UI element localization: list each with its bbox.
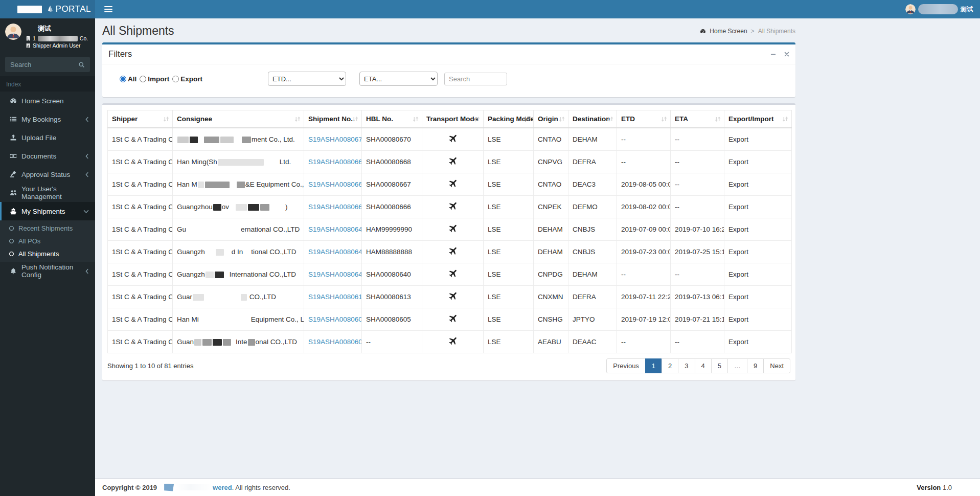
col-header-shipper[interactable]: Shipper	[108, 110, 173, 128]
sidebar-item-recent-shipments[interactable]: Recent Shipments	[0, 222, 95, 235]
page-button-3[interactable]: 3	[678, 358, 695, 373]
sort-icon[interactable]	[607, 116, 614, 123]
col-label: ETD	[621, 115, 635, 123]
filters-tools	[770, 52, 789, 57]
sidebar-item-documents[interactable]: Documents	[0, 147, 95, 165]
etd-select[interactable]: ETD...	[268, 72, 346, 86]
sidebar-item-push-notification-config[interactable]: Push Notification Config	[0, 262, 95, 280]
sort-icon[interactable]	[352, 116, 359, 123]
sidebar-item-users-management[interactable]: Your User's Management	[0, 184, 95, 202]
col-header-export-import[interactable]: Export/Import	[724, 110, 792, 128]
cell-shipment-no: S19ASHA0080602	[304, 331, 362, 353]
shipment-no-link[interactable]: S19ASHA0080670	[308, 136, 362, 143]
table-header-row: ShipperConsigneeShipment No.HBL No.Trans…	[108, 110, 792, 128]
col-header-etd[interactable]: ETD	[617, 110, 671, 128]
close-icon[interactable]	[784, 52, 789, 57]
sidebar-user-name: 测试	[38, 24, 90, 33]
col-header-destination[interactable]: Destination	[568, 110, 617, 128]
cell-transport-mode	[422, 241, 484, 263]
sort-icon[interactable]	[782, 116, 789, 123]
filter-search-input[interactable]	[444, 73, 507, 85]
radio-export-input[interactable]	[172, 76, 179, 82]
breadcrumb-separator: >	[751, 28, 755, 35]
shipment-no-link[interactable]: S19ASHA0080605	[308, 315, 362, 323]
page-button-4[interactable]: 4	[695, 358, 712, 373]
shipment-no-link[interactable]: S19ASHA0080646	[308, 248, 362, 256]
cell-eta: --	[671, 128, 724, 151]
sort-icon[interactable]	[163, 116, 170, 123]
radio-label: All	[128, 75, 136, 83]
collapse-icon[interactable]	[770, 52, 776, 57]
cell-consignee: Guernational CO.,LTD	[173, 218, 304, 241]
sort-desc-active-icon[interactable]	[523, 116, 531, 123]
sidebar-item-all-pos[interactable]: All POs	[0, 235, 95, 247]
page-button-2[interactable]: 2	[662, 358, 678, 373]
radio-import-input[interactable]	[140, 76, 146, 82]
eta-select[interactable]: ETA...	[359, 72, 438, 86]
shipment-no-link[interactable]: S19ASHA0080613	[308, 293, 362, 301]
cell-export-import: Export	[724, 308, 792, 331]
sort-icon[interactable]	[660, 116, 668, 123]
shipment-no-link[interactable]: S19ASHA0080666	[308, 203, 362, 211]
sort-icon[interactable]	[294, 116, 301, 123]
shipment-no-link[interactable]: S19ASHA0080667	[308, 181, 362, 188]
breadcrumb-home-link[interactable]: Home Screen	[710, 28, 747, 35]
table-row: 1St C & A Trading Co.Guernational CO.,LT…	[108, 218, 792, 241]
radio-all-input[interactable]	[120, 76, 126, 82]
sidebar-item-my-bookings[interactable]: My Bookings	[0, 110, 95, 128]
redacted-text-block	[213, 204, 221, 211]
radio-import[interactable]: Import	[140, 75, 169, 83]
sidebar-item-all-shipments[interactable]: All Shipments	[0, 247, 95, 260]
cell-destination: DEHAM	[568, 263, 617, 286]
col-header-eta[interactable]: ETA	[671, 110, 724, 128]
sort-icon[interactable]	[714, 116, 721, 123]
shipment-no-link[interactable]: S19ASHA0080668	[308, 158, 362, 166]
shipments-table-panel: ShipperConsigneeShipment No.HBL No.Trans…	[102, 103, 795, 380]
col-header-hbl-no[interactable]: HBL No.	[362, 110, 422, 128]
cell-shipment-no: S19ASHA0080668	[304, 151, 362, 173]
powered-link-fragment[interactable]: wered	[213, 484, 232, 491]
sort-icon[interactable]	[558, 116, 565, 123]
cell-eta: 2019-07-10 16:26	[671, 218, 724, 241]
radio-label: Export	[180, 75, 202, 83]
cell-origin: CNTAO	[534, 173, 568, 196]
page-button-previous[interactable]: Previous	[606, 358, 646, 373]
col-header-consignee[interactable]: Consignee	[173, 110, 304, 128]
shipment-no-link[interactable]: S19ASHA0080602	[308, 338, 362, 346]
col-label: Shipment No.	[308, 115, 353, 123]
table-row: 1St C & A Trading Co.Han MiEquipment Co.…	[108, 308, 792, 331]
sidebar-item-my-shipments[interactable]: My Shipments	[0, 202, 95, 220]
page-button-1[interactable]: 1	[645, 358, 662, 373]
sidebar-search-input[interactable]: Search	[5, 57, 90, 72]
submenu-label: All POs	[18, 237, 40, 245]
shipment-no-link[interactable]: S19ASHA0080647	[308, 226, 362, 233]
sidebar-toggle-button[interactable]	[102, 4, 115, 14]
col-header-transport-mode[interactable]: Transport Mode	[422, 110, 484, 128]
cell-transport-mode	[422, 196, 484, 218]
sort-icon[interactable]	[412, 116, 419, 123]
shipment-no-link[interactable]: S19ASHA0080640	[308, 270, 362, 278]
cell-etd: 2019-08-05 00:00	[617, 173, 671, 196]
col-header-origin[interactable]: Origin	[534, 110, 568, 128]
menu-label: Approval Status	[21, 171, 70, 178]
page-button-5[interactable]: 5	[711, 358, 728, 373]
page-button-next[interactable]: Next	[763, 358, 790, 373]
cell-destination: DEAC3	[568, 173, 617, 196]
cell-export-import: Export	[724, 128, 792, 151]
app-logo[interactable]: PORTAL	[0, 0, 95, 18]
sidebar-item-home-screen[interactable]: Home Screen	[0, 92, 95, 110]
redacted-text-block	[230, 204, 235, 211]
navbar-user-menu[interactable]: 测试	[905, 4, 973, 14]
col-header-packing-mode[interactable]: Packing Mode	[484, 110, 534, 128]
search-icon	[78, 61, 85, 68]
pagination: Previous12345…9Next	[606, 358, 790, 373]
sidebar-item-approval-status[interactable]: Approval Status	[0, 165, 95, 184]
page-button-9[interactable]: 9	[747, 358, 764, 373]
radio-export[interactable]: Export	[172, 75, 202, 83]
sidebar-item-upload-file[interactable]: Upload File	[0, 128, 95, 147]
radio-all[interactable]: All	[120, 75, 136, 83]
circle-o-icon	[9, 251, 14, 257]
top-navbar: PORTAL 测试	[0, 0, 980, 18]
col-header-shipment-no[interactable]: Shipment No.	[304, 110, 362, 128]
sort-icon[interactable]	[473, 116, 481, 123]
